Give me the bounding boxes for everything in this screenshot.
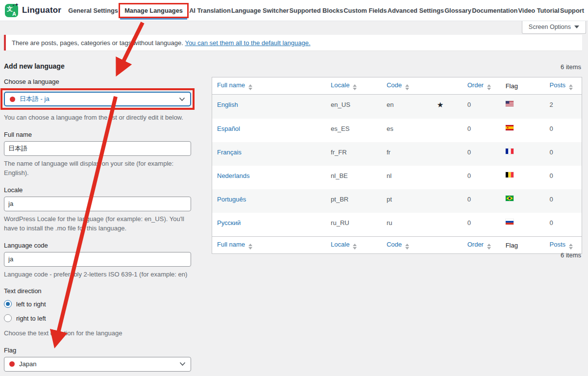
table-header-row: Full nameLocaleCodeOrderFlagPosts (212, 237, 582, 254)
sort-arrows-icon[interactable] (487, 244, 491, 250)
cell-posts: 0 (545, 189, 582, 213)
column-label[interactable]: Locale (331, 241, 349, 248)
sort-arrows-icon[interactable] (487, 84, 491, 90)
cell-posts: 0 (545, 213, 582, 237)
language-code-help: Language code - preferably 2-letters ISO… (4, 270, 191, 279)
cell-posts: 0 (545, 119, 582, 142)
screen-options-button[interactable]: Screen Options (522, 21, 586, 34)
cell-locale: nl_BE (326, 166, 382, 189)
top-bar: 文 A ✦ ✦ Linguator General SettingsManage… (0, 0, 588, 21)
tab-glossary[interactable]: Glossary (444, 6, 471, 15)
text-direction-option-right-to-left[interactable]: right to left (4, 314, 191, 322)
cell-default-indicator (432, 166, 463, 189)
flag-select-value: Japan (19, 360, 36, 368)
locale-help: WordPress Locale for the language (for e… (4, 214, 191, 233)
cell-flag (501, 189, 545, 213)
column-header-code[interactable]: Code (382, 237, 432, 254)
tab-manage-languages[interactable]: Manage Languages (119, 3, 189, 18)
choose-language-select[interactable]: 日本語 - ja (4, 92, 191, 106)
sort-arrows-icon[interactable] (353, 84, 357, 90)
cell-order: 0 (463, 189, 501, 213)
caret-down-icon (574, 25, 579, 28)
app-logo: 文 A ✦ ✦ Linguator (5, 4, 61, 17)
sort-arrows-icon[interactable] (405, 84, 409, 90)
cell-order: 0 (463, 166, 501, 189)
cell-default-indicator (432, 189, 463, 213)
full-name-help: The name of language will display on you… (4, 159, 191, 178)
tab-supported-blocks[interactable]: Supported Blocks (290, 6, 343, 15)
radio-unselected-icon[interactable] (4, 314, 12, 322)
column-header-order[interactable]: Order (463, 237, 501, 254)
tab-support[interactable]: Support (560, 6, 584, 15)
flag-select[interactable]: Japan (4, 357, 191, 372)
cell-code: fr (382, 142, 432, 166)
table-row-pt: Portuguêspt_BRpt00 (212, 189, 582, 213)
tab-ai-translation[interactable]: AI Translation (189, 6, 231, 15)
column-header-code[interactable]: Code (382, 77, 432, 95)
flag-label: Flag (4, 347, 191, 354)
cell-code: en (382, 95, 432, 119)
japan-flag-icon (10, 97, 15, 102)
sort-arrows-icon[interactable] (353, 244, 357, 250)
column-label[interactable]: Order (467, 241, 484, 248)
text-direction-option-left-to-right[interactable]: left to right (4, 300, 191, 308)
cell-default-indicator (432, 142, 463, 166)
column-header-order[interactable]: Order (463, 77, 501, 95)
text-direction-options: left to rightright to left (4, 300, 191, 322)
column-label: Flag (506, 242, 518, 249)
locale-input[interactable] (4, 197, 191, 211)
cell-order: 0 (463, 142, 501, 166)
column-header-full_name[interactable]: Full name (212, 77, 326, 95)
notice-text: There are posts, pages, categories or ta… (12, 39, 183, 47)
sort-arrows-icon[interactable] (248, 84, 252, 90)
tab-advanced-settings[interactable]: Advanced Settings (388, 6, 444, 15)
language-name-link[interactable]: Nederlands (217, 172, 250, 179)
column-label[interactable]: Locale (331, 81, 349, 89)
cell-code: pt (382, 189, 432, 213)
cell-default-indicator (432, 213, 463, 237)
column-header-locale[interactable]: Locale (326, 77, 382, 95)
cell-posts: 0 (545, 142, 582, 166)
tab-video-tutorial[interactable]: Video Tutorial (518, 6, 560, 15)
language-name-link[interactable]: Русский (217, 219, 241, 226)
tab-custom-fields[interactable]: Custom Fields (343, 6, 387, 15)
column-label[interactable]: Code (387, 241, 402, 248)
tab-language-switcher[interactable]: Language Switcher (231, 6, 289, 15)
language-name-link[interactable]: Português (217, 196, 246, 203)
cell-flag (501, 95, 545, 119)
sort-arrows-icon[interactable] (569, 244, 573, 250)
column-header-full_name[interactable]: Full name (212, 237, 326, 254)
tab-documentation[interactable]: Documentation (472, 6, 517, 15)
sort-arrows-icon[interactable] (405, 244, 409, 250)
column-label[interactable]: Code (387, 81, 402, 89)
full-name-input[interactable] (4, 141, 191, 156)
table-row-fr: Françaisfr_FRfr00 (212, 142, 582, 166)
screen-options-label: Screen Options (529, 24, 571, 30)
cell-posts: 0 (545, 166, 582, 189)
column-label[interactable]: Posts (550, 81, 566, 89)
column-header-locale[interactable]: Locale (326, 237, 382, 254)
column-header-posts[interactable]: Posts (545, 77, 582, 95)
language-code-input[interactable] (4, 252, 191, 267)
column-label[interactable]: Posts (550, 241, 566, 248)
language-name-link[interactable]: English (217, 101, 238, 108)
column-label[interactable]: Full name (217, 241, 245, 248)
column-label[interactable]: Full name (217, 81, 245, 89)
sort-arrows-icon[interactable] (248, 244, 252, 250)
column-label[interactable]: Order (467, 81, 484, 89)
cell-locale: es_ES (326, 119, 382, 142)
cell-locale: fr_FR (326, 142, 382, 166)
language-name-link[interactable]: Español (217, 125, 240, 132)
tab-general-settings[interactable]: General Settings (68, 6, 118, 15)
sort-arrows-icon[interactable] (569, 84, 573, 90)
column-header-flag: Flag (501, 77, 545, 95)
languages-table: Full nameLocaleCodeOrderFlagPosts Englis… (212, 77, 582, 254)
radio-selected-icon[interactable] (4, 300, 12, 308)
language-name-link[interactable]: Français (217, 149, 242, 156)
column-label: Flag (506, 82, 518, 90)
fr-flag-icon (506, 149, 540, 154)
language-code-label: Language code (4, 242, 191, 249)
annotation-box-language-select: 日本語 - ja (0, 88, 195, 110)
set-default-language-link[interactable]: You can set them all to the default lang… (185, 39, 310, 47)
cell-order: 0 (463, 213, 501, 237)
